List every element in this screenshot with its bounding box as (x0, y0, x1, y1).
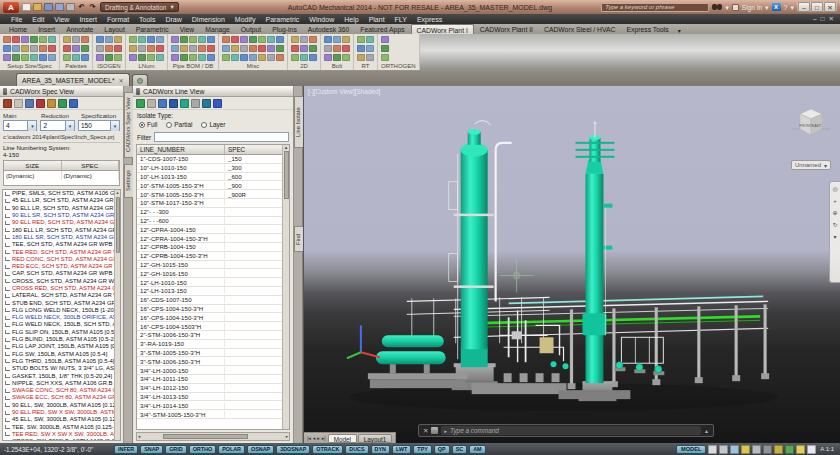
line-table-hscrollbar[interactable]: ◂ ▸ (136, 432, 290, 441)
ribbon-icon[interactable] (114, 54, 122, 61)
size-spec-row[interactable]: (Dynamic) (Dynamic) (4, 171, 119, 180)
document-tab-active[interactable]: AREA_35_MASTER_MODEL* ✕ (16, 73, 130, 86)
menu-item-parametric[interactable]: Parametric (260, 16, 304, 23)
ribbon-icon[interactable] (72, 45, 80, 52)
ribbon-icon[interactable] (267, 36, 275, 43)
spec-list-item[interactable]: GASKET, 150LB, 1/8" THK [0.5-20,24] (3, 372, 114, 379)
ribbon-tab-plug-ins[interactable]: Plug-ins (267, 24, 302, 34)
annotation-visibility-icon[interactable] (741, 445, 750, 454)
status-toggle-osnap[interactable]: OSNAP (247, 445, 274, 454)
spec-list-item[interactable]: CAP, SCH STD, ASTM A234 GR WPB [0.5-20,2… (3, 270, 114, 277)
ribbon-tab-cadworx-steel-hvac[interactable]: CADWorx Steel / HVAC (539, 24, 621, 34)
spec-list-item[interactable]: RED ECC, SCH STD, ASTM A234 GR WPB [0.75… (3, 263, 114, 270)
ribbon-icon[interactable] (357, 54, 365, 61)
command-close-icon[interactable]: ✕ (423, 427, 428, 435)
exchange-apps-icon[interactable]: X (772, 3, 781, 11)
ribbon-icon[interactable] (48, 36, 56, 43)
ribbon-icon[interactable] (249, 36, 257, 43)
ribbon-tab-insert[interactable]: Insert (33, 24, 60, 34)
spec-list-item[interactable]: NIPPLE, SCH XXS, ASTM A106 GR.B [0.5-3,4… (3, 380, 114, 387)
orbit-icon[interactable]: ↻ (832, 222, 837, 228)
status-toggle-grid[interactable]: GRID (165, 445, 186, 454)
status-toggle-ortho[interactable]: ORTHO (189, 445, 216, 454)
line-view-toolbar-icon[interactable] (136, 99, 145, 108)
drawing-minimize-icon[interactable]: – (813, 15, 817, 23)
spec-list-item[interactable]: FLG LONG WELD NECK, 150LB [1-20,24] (3, 307, 114, 314)
spec-list-item[interactable]: TEE RED, SW X SW X SW, 3000LB, ASTM A105… (3, 431, 114, 438)
status-toggle-lwt[interactable]: LWT (392, 445, 411, 454)
line-table-row[interactable]: 3/4"-LH-1013-150 (137, 393, 282, 402)
menu-item-fly[interactable]: FLY (390, 16, 412, 23)
isolate-option-partial[interactable]: Partial (166, 121, 192, 128)
line-view-header[interactable]: CADWorx Line View (133, 86, 293, 97)
spec-list-item[interactable]: 180 ELL LR, SCH STD, ASTM A234 GR WPB [0… (3, 226, 114, 233)
last-layout-icon[interactable]: ▸| (322, 435, 326, 441)
menu-item-file[interactable]: File (6, 16, 27, 23)
annotation-scale-label[interactable]: A 1:1 (818, 446, 836, 452)
line-table-row[interactable]: 16"-CPS-1004-150-3"H (137, 305, 282, 314)
open-file-icon[interactable] (33, 3, 42, 11)
ribbon-icon[interactable] (171, 36, 179, 43)
ribbon-icon[interactable] (342, 54, 350, 61)
tab-settings[interactable]: Settings (124, 164, 133, 198)
spec-view-toolbar-icon[interactable] (58, 99, 67, 108)
isolate-option-full[interactable]: Full (139, 121, 157, 128)
quick-view-drawings-icon[interactable] (719, 445, 728, 454)
drawing-restore-icon[interactable]: □ (821, 15, 825, 23)
menu-item-format[interactable]: Format (102, 16, 134, 23)
spec-list-item[interactable]: CROSS RED, SCH STD, ASTM A234 GR WPB [0.… (3, 285, 114, 292)
filter-input[interactable] (154, 132, 289, 142)
ribbon-icon[interactable] (222, 45, 230, 52)
ribbon-icon[interactable] (30, 45, 38, 52)
line-view-toolbar-icon[interactable] (147, 99, 156, 108)
ribbon-icon[interactable] (258, 45, 266, 52)
ribbon-icon[interactable] (63, 36, 71, 43)
close-button[interactable]: ✕ (824, 2, 836, 12)
line-table-row[interactable]: 12"-LH-1013-150 (137, 287, 282, 296)
first-layout-icon[interactable]: |◂ (307, 435, 311, 441)
hscroll-thumb[interactable] (163, 434, 248, 439)
line-table-row[interactable]: 10"-STM-1005-150-3"H_900R (137, 190, 282, 199)
ribbon-icon[interactable] (300, 36, 308, 43)
ribbon-icon[interactable] (381, 36, 389, 43)
search-dropdown-icon[interactable]: ▾ (725, 3, 729, 12)
ribbon-icon[interactable] (21, 45, 29, 52)
coordinates-display[interactable]: -1.2543E+04, 1320'-2 3/8", 0'-0" (4, 446, 112, 453)
ribbon-icon[interactable] (276, 54, 284, 61)
ribbon-icon[interactable] (114, 36, 122, 43)
ribbon-tab-express-tools[interactable]: Express Tools (621, 24, 673, 34)
menu-item-tools[interactable]: Tools (134, 16, 160, 23)
ribbon-icon[interactable] (309, 36, 317, 43)
ribbon-icon[interactable] (105, 36, 113, 43)
spec-list-item[interactable]: 90 ELL RED, SCH STD, ASTM A234 GR WPB [1… (3, 219, 114, 226)
spec-list-item[interactable]: CROSS, SW, 3000LB, ASTM A105 [0.125-3,4] (3, 438, 114, 441)
reduction-size-select[interactable]: 2▾ (40, 120, 74, 131)
quick-view-layouts-icon[interactable] (708, 445, 717, 454)
ribbon-icon[interactable] (291, 36, 299, 43)
ribbon-icon[interactable] (30, 54, 38, 61)
ribbon-icon[interactable] (240, 36, 248, 43)
ribbon-icon[interactable] (342, 45, 350, 52)
ribbon-icon[interactable] (72, 36, 80, 43)
app-menu-button[interactable]: A (3, 2, 19, 13)
line-table-row[interactable]: 12"- - -300 (137, 208, 282, 217)
ribbon-icon[interactable] (189, 36, 197, 43)
ribbon-icon[interactable] (39, 36, 47, 43)
redo-icon[interactable]: ↷ (88, 3, 97, 11)
search-binoculars-icon[interactable] (712, 4, 722, 11)
undo-icon[interactable]: ↶ (77, 3, 86, 11)
spec-view-toolbar-icon[interactable] (3, 99, 12, 108)
ribbon-icon[interactable] (105, 54, 113, 61)
ribbon-icon[interactable] (30, 36, 38, 43)
ribbon-icon[interactable] (180, 54, 188, 61)
sign-in-dropdown-icon[interactable]: ▾ (765, 3, 769, 12)
ribbon-tab-autodesk-360[interactable]: Autodesk 360 (303, 24, 355, 34)
ribbon-icon[interactable] (222, 36, 230, 43)
ribbon-icon[interactable] (3, 36, 11, 43)
spec-view-toolbar-icon[interactable] (69, 99, 78, 108)
menu-item-window[interactable]: Window (304, 16, 339, 23)
ribbon-icon[interactable] (81, 36, 89, 43)
ribbon-icon[interactable] (267, 45, 275, 52)
menu-item-edit[interactable]: Edit (27, 16, 49, 23)
spec-view-toolbar-icon[interactable] (14, 99, 23, 108)
